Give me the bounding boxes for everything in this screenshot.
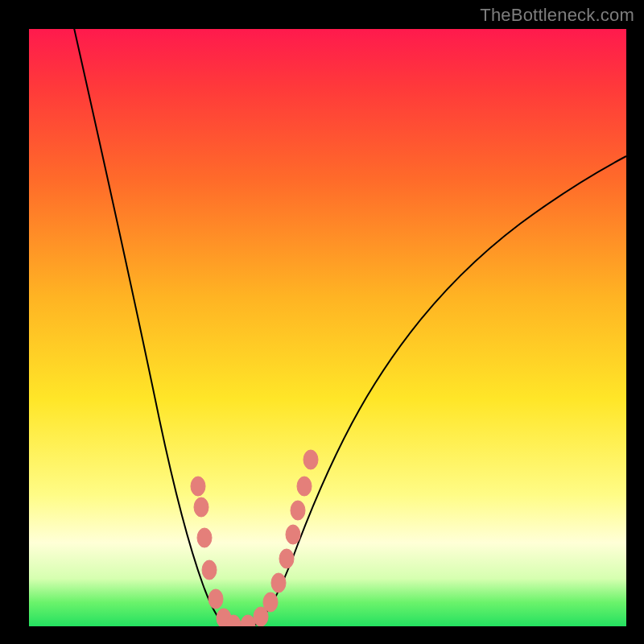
data-point bbox=[291, 501, 305, 520]
data-point bbox=[279, 549, 294, 568]
data-point bbox=[286, 525, 300, 544]
data-point bbox=[208, 589, 223, 609]
watermark-text: TheBottleneck.com bbox=[480, 5, 634, 26]
chart-frame: TheBottleneck.com bbox=[0, 0, 644, 644]
data-points-group bbox=[191, 450, 318, 626]
plot-area bbox=[29, 29, 626, 626]
data-point bbox=[202, 560, 217, 580]
data-point bbox=[271, 573, 286, 592]
curve-right bbox=[254, 156, 626, 625]
data-point bbox=[191, 477, 205, 496]
data-point bbox=[194, 497, 208, 517]
data-point bbox=[297, 477, 312, 496]
data-point bbox=[197, 528, 212, 547]
data-point bbox=[263, 592, 278, 612]
curve-group bbox=[72, 29, 626, 625]
data-point bbox=[303, 450, 318, 469]
chart-svg bbox=[29, 29, 626, 626]
data-point bbox=[241, 615, 255, 626]
